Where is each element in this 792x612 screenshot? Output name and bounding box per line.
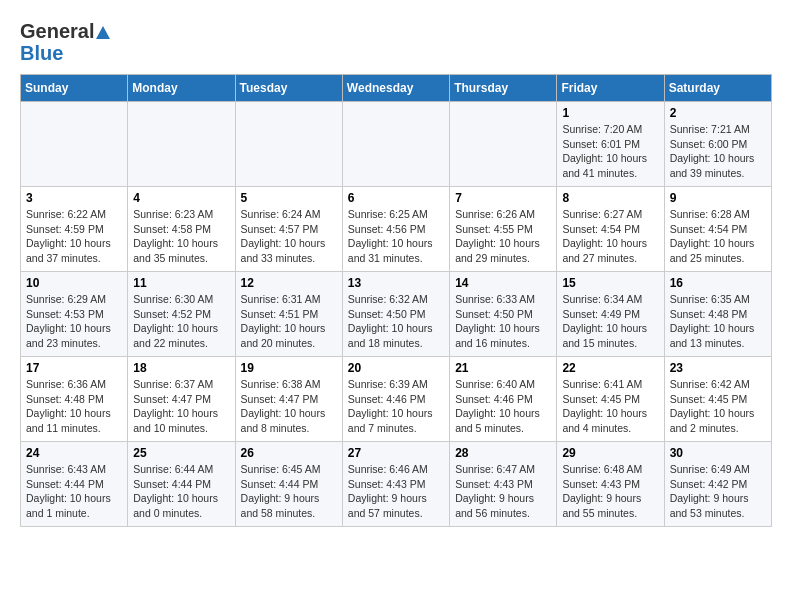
day-cell-26: 26Sunrise: 6:45 AM Sunset: 4:44 PM Dayli…: [235, 442, 342, 527]
day-number: 11: [133, 276, 229, 290]
day-info: Sunrise: 6:24 AM Sunset: 4:57 PM Dayligh…: [241, 207, 337, 266]
day-info: Sunrise: 6:40 AM Sunset: 4:46 PM Dayligh…: [455, 377, 551, 436]
day-number: 15: [562, 276, 658, 290]
day-number: 12: [241, 276, 337, 290]
day-info: Sunrise: 6:35 AM Sunset: 4:48 PM Dayligh…: [670, 292, 766, 351]
day-number: 28: [455, 446, 551, 460]
empty-cell: [450, 102, 557, 187]
weekday-header-row: SundayMondayTuesdayWednesdayThursdayFrid…: [21, 75, 772, 102]
week-row-3: 10Sunrise: 6:29 AM Sunset: 4:53 PM Dayli…: [21, 272, 772, 357]
day-cell-4: 4Sunrise: 6:23 AM Sunset: 4:58 PM Daylig…: [128, 187, 235, 272]
week-row-1: 1Sunrise: 7:20 AM Sunset: 6:01 PM Daylig…: [21, 102, 772, 187]
day-number: 19: [241, 361, 337, 375]
day-info: Sunrise: 6:46 AM Sunset: 4:43 PM Dayligh…: [348, 462, 444, 521]
day-cell-13: 13Sunrise: 6:32 AM Sunset: 4:50 PM Dayli…: [342, 272, 449, 357]
day-number: 4: [133, 191, 229, 205]
weekday-header-friday: Friday: [557, 75, 664, 102]
day-number: 27: [348, 446, 444, 460]
svg-marker-0: [96, 26, 110, 39]
day-cell-16: 16Sunrise: 6:35 AM Sunset: 4:48 PM Dayli…: [664, 272, 771, 357]
day-cell-23: 23Sunrise: 6:42 AM Sunset: 4:45 PM Dayli…: [664, 357, 771, 442]
empty-cell: [128, 102, 235, 187]
day-number: 6: [348, 191, 444, 205]
day-info: Sunrise: 6:31 AM Sunset: 4:51 PM Dayligh…: [241, 292, 337, 351]
day-number: 1: [562, 106, 658, 120]
day-cell-7: 7Sunrise: 6:26 AM Sunset: 4:55 PM Daylig…: [450, 187, 557, 272]
day-number: 17: [26, 361, 122, 375]
day-number: 21: [455, 361, 551, 375]
weekday-header-tuesday: Tuesday: [235, 75, 342, 102]
day-info: Sunrise: 6:29 AM Sunset: 4:53 PM Dayligh…: [26, 292, 122, 351]
day-number: 30: [670, 446, 766, 460]
day-info: Sunrise: 6:34 AM Sunset: 4:49 PM Dayligh…: [562, 292, 658, 351]
day-cell-28: 28Sunrise: 6:47 AM Sunset: 4:43 PM Dayli…: [450, 442, 557, 527]
day-info: Sunrise: 6:42 AM Sunset: 4:45 PM Dayligh…: [670, 377, 766, 436]
day-number: 26: [241, 446, 337, 460]
day-number: 14: [455, 276, 551, 290]
day-cell-14: 14Sunrise: 6:33 AM Sunset: 4:50 PM Dayli…: [450, 272, 557, 357]
week-row-2: 3Sunrise: 6:22 AM Sunset: 4:59 PM Daylig…: [21, 187, 772, 272]
day-cell-18: 18Sunrise: 6:37 AM Sunset: 4:47 PM Dayli…: [128, 357, 235, 442]
day-number: 8: [562, 191, 658, 205]
day-number: 25: [133, 446, 229, 460]
day-info: Sunrise: 6:32 AM Sunset: 4:50 PM Dayligh…: [348, 292, 444, 351]
day-info: Sunrise: 6:43 AM Sunset: 4:44 PM Dayligh…: [26, 462, 122, 521]
day-info: Sunrise: 6:39 AM Sunset: 4:46 PM Dayligh…: [348, 377, 444, 436]
day-info: Sunrise: 6:33 AM Sunset: 4:50 PM Dayligh…: [455, 292, 551, 351]
weekday-header-wednesday: Wednesday: [342, 75, 449, 102]
day-info: Sunrise: 6:37 AM Sunset: 4:47 PM Dayligh…: [133, 377, 229, 436]
weekday-header-thursday: Thursday: [450, 75, 557, 102]
day-cell-8: 8Sunrise: 6:27 AM Sunset: 4:54 PM Daylig…: [557, 187, 664, 272]
day-cell-21: 21Sunrise: 6:40 AM Sunset: 4:46 PM Dayli…: [450, 357, 557, 442]
day-info: Sunrise: 7:21 AM Sunset: 6:00 PM Dayligh…: [670, 122, 766, 181]
day-info: Sunrise: 6:28 AM Sunset: 4:54 PM Dayligh…: [670, 207, 766, 266]
day-cell-5: 5Sunrise: 6:24 AM Sunset: 4:57 PM Daylig…: [235, 187, 342, 272]
day-cell-27: 27Sunrise: 6:46 AM Sunset: 4:43 PM Dayli…: [342, 442, 449, 527]
day-info: Sunrise: 6:30 AM Sunset: 4:52 PM Dayligh…: [133, 292, 229, 351]
day-number: 5: [241, 191, 337, 205]
day-number: 10: [26, 276, 122, 290]
day-info: Sunrise: 6:44 AM Sunset: 4:44 PM Dayligh…: [133, 462, 229, 521]
day-info: Sunrise: 6:22 AM Sunset: 4:59 PM Dayligh…: [26, 207, 122, 266]
day-number: 2: [670, 106, 766, 120]
day-cell-19: 19Sunrise: 6:38 AM Sunset: 4:47 PM Dayli…: [235, 357, 342, 442]
day-cell-24: 24Sunrise: 6:43 AM Sunset: 4:44 PM Dayli…: [21, 442, 128, 527]
day-info: Sunrise: 7:20 AM Sunset: 6:01 PM Dayligh…: [562, 122, 658, 181]
logo-text-blue: Blue: [20, 42, 111, 64]
day-number: 9: [670, 191, 766, 205]
day-info: Sunrise: 6:49 AM Sunset: 4:42 PM Dayligh…: [670, 462, 766, 521]
day-cell-6: 6Sunrise: 6:25 AM Sunset: 4:56 PM Daylig…: [342, 187, 449, 272]
day-cell-30: 30Sunrise: 6:49 AM Sunset: 4:42 PM Dayli…: [664, 442, 771, 527]
day-number: 13: [348, 276, 444, 290]
day-info: Sunrise: 6:48 AM Sunset: 4:43 PM Dayligh…: [562, 462, 658, 521]
day-info: Sunrise: 6:47 AM Sunset: 4:43 PM Dayligh…: [455, 462, 551, 521]
day-cell-15: 15Sunrise: 6:34 AM Sunset: 4:49 PM Dayli…: [557, 272, 664, 357]
day-number: 20: [348, 361, 444, 375]
day-info: Sunrise: 6:36 AM Sunset: 4:48 PM Dayligh…: [26, 377, 122, 436]
week-row-5: 24Sunrise: 6:43 AM Sunset: 4:44 PM Dayli…: [21, 442, 772, 527]
day-cell-29: 29Sunrise: 6:48 AM Sunset: 4:43 PM Dayli…: [557, 442, 664, 527]
day-info: Sunrise: 6:41 AM Sunset: 4:45 PM Dayligh…: [562, 377, 658, 436]
empty-cell: [342, 102, 449, 187]
logo-triangle-icon: [95, 25, 111, 41]
day-number: 3: [26, 191, 122, 205]
logo: General Blue: [20, 20, 111, 64]
day-cell-9: 9Sunrise: 6:28 AM Sunset: 4:54 PM Daylig…: [664, 187, 771, 272]
day-number: 18: [133, 361, 229, 375]
day-cell-22: 22Sunrise: 6:41 AM Sunset: 4:45 PM Dayli…: [557, 357, 664, 442]
day-cell-10: 10Sunrise: 6:29 AM Sunset: 4:53 PM Dayli…: [21, 272, 128, 357]
day-cell-1: 1Sunrise: 7:20 AM Sunset: 6:01 PM Daylig…: [557, 102, 664, 187]
day-number: 16: [670, 276, 766, 290]
day-info: Sunrise: 6:25 AM Sunset: 4:56 PM Dayligh…: [348, 207, 444, 266]
week-row-4: 17Sunrise: 6:36 AM Sunset: 4:48 PM Dayli…: [21, 357, 772, 442]
weekday-header-saturday: Saturday: [664, 75, 771, 102]
day-number: 22: [562, 361, 658, 375]
day-info: Sunrise: 6:27 AM Sunset: 4:54 PM Dayligh…: [562, 207, 658, 266]
day-info: Sunrise: 6:38 AM Sunset: 4:47 PM Dayligh…: [241, 377, 337, 436]
day-number: 23: [670, 361, 766, 375]
day-info: Sunrise: 6:26 AM Sunset: 4:55 PM Dayligh…: [455, 207, 551, 266]
logo-text-general: General: [20, 20, 111, 42]
day-number: 7: [455, 191, 551, 205]
day-number: 29: [562, 446, 658, 460]
day-cell-12: 12Sunrise: 6:31 AM Sunset: 4:51 PM Dayli…: [235, 272, 342, 357]
